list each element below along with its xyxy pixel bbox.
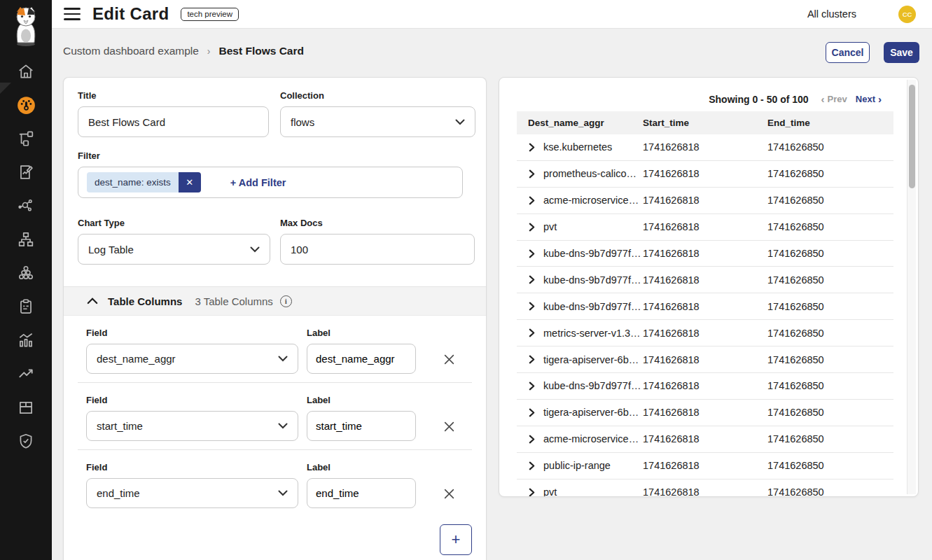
field-label: Field — [86, 395, 107, 405]
calico-logo-icon[interactable] — [10, 6, 42, 48]
scrollbar-track[interactable] — [907, 80, 916, 494]
table-row[interactable]: kube-dns-9b7d977f…17416268181741626850 — [517, 267, 893, 293]
table-row[interactable]: prometheus-calico…17416268181741626850 — [517, 161, 893, 188]
expand-row-chevron-icon[interactable] — [528, 275, 536, 284]
table-columns-rows: Fielddest_name_aggrLabelFieldstart_timeL… — [64, 316, 486, 517]
column-editor-row: Fieldstart_timeLabel — [78, 383, 472, 450]
table-row[interactable]: kube-dns-9b7d977f…17416268181741626850 — [517, 241, 893, 267]
collection-select[interactable]: flows — [280, 106, 475, 137]
end-time-cell: 1741626850 — [767, 141, 893, 153]
start-time-cell: 1741626818 — [643, 248, 767, 259]
label-input[interactable] — [307, 478, 416, 508]
remove-column-button[interactable] — [439, 484, 459, 503]
start-time-cell: 1741626818 — [643, 460, 767, 471]
breadcrumb-parent-link[interactable]: Custom dashboard example — [63, 45, 199, 57]
end-time-cell: 1741626850 — [767, 460, 893, 471]
column-editor-row: Fieldend_timeLabel — [64, 450, 486, 517]
trends-icon[interactable] — [0, 364, 52, 384]
logs-icon[interactable] — [0, 330, 52, 350]
clusters-icon[interactable] — [0, 263, 52, 283]
end-time-cell: 1741626850 — [767, 486, 893, 497]
dest-name-cell: public-ip-range — [543, 460, 611, 471]
packages-icon[interactable] — [0, 398, 52, 417]
expand-row-chevron-icon[interactable] — [528, 143, 536, 152]
preview-table-header: Dest_name_aggr Start_time End_time — [517, 111, 893, 134]
reports-icon[interactable] — [0, 162, 52, 182]
table-row[interactable]: kube-dns-9b7d977f…17416268181741626850 — [517, 373, 893, 400]
chart-type-select[interactable]: Log Table — [78, 234, 270, 265]
max-docs-input[interactable] — [280, 234, 475, 265]
security-icon[interactable] — [0, 431, 52, 451]
prev-page-button[interactable]: ‹ Prev — [819, 93, 847, 105]
dashboards-icon-active[interactable] — [0, 95, 52, 115]
end-time-cell: 1741626850 — [767, 328, 893, 339]
table-columns-title: Table Columns — [108, 295, 182, 307]
expand-row-chevron-icon[interactable] — [528, 382, 536, 391]
table-row[interactable]: public-ip-range17416268181741626850 — [517, 453, 893, 479]
field-label: Field — [86, 462, 107, 472]
dest-name-cell: metrics-server-v1.3… — [543, 328, 641, 339]
scrollbar-thumb[interactable] — [909, 85, 915, 188]
remove-column-button[interactable] — [439, 416, 459, 436]
cluster-selector[interactable]: All clusters — [807, 8, 856, 20]
label-input[interactable] — [307, 344, 416, 374]
filter-label: Filter — [78, 150, 100, 161]
table-row[interactable]: pvt17416268181741626850 — [517, 214, 893, 241]
end-time-cell: 1741626850 — [767, 380, 893, 391]
start-time-cell: 1741626818 — [643, 407, 767, 418]
save-button[interactable]: Save — [884, 42, 919, 63]
field-select[interactable]: dest_name_aggr — [86, 344, 298, 374]
expand-row-chevron-icon[interactable] — [528, 302, 536, 311]
remove-column-button[interactable] — [439, 349, 459, 369]
table-row[interactable]: acme-microservice…17416268181741626850 — [517, 188, 893, 214]
expand-row-chevron-icon[interactable] — [528, 461, 536, 470]
expand-row-chevron-icon[interactable] — [528, 408, 536, 417]
table-row[interactable]: pvt17416268181741626850 — [517, 479, 893, 497]
expand-row-chevron-icon[interactable] — [528, 435, 536, 444]
avatar[interactable]: CC — [898, 6, 916, 23]
table-row[interactable]: metrics-server-v1.3…17416268181741626850 — [517, 320, 893, 346]
expand-row-chevron-icon[interactable] — [528, 196, 536, 205]
expand-row-chevron-icon[interactable] — [528, 488, 536, 497]
table-columns-section-header[interactable]: Table Columns 3 Table Columns i — [64, 286, 486, 316]
filter-chip-remove-button[interactable]: ✕ — [179, 172, 201, 192]
next-page-button[interactable]: Next › — [856, 93, 884, 105]
flow-visualization-icon[interactable] — [0, 196, 52, 216]
add-filter-link[interactable]: + Add Filter — [230, 177, 286, 188]
end-time-cell: 1741626850 — [767, 168, 893, 179]
filter-box[interactable]: dest_name: exists ✕ + Add Filter — [78, 167, 463, 198]
end-time-cell: 1741626850 — [767, 433, 893, 444]
dest-name-cell: tigera-apiserver-6b… — [543, 407, 639, 418]
expand-row-chevron-icon[interactable] — [528, 355, 536, 364]
table-row[interactable]: kube-dns-9b7d977f…17416268181741626850 — [517, 293, 893, 320]
expand-row-chevron-icon[interactable] — [528, 169, 536, 178]
cancel-button[interactable]: Cancel — [826, 42, 870, 63]
expand-row-chevron-icon[interactable] — [528, 249, 536, 258]
table-row[interactable]: kse.kubernetes17416268181741626850 — [517, 134, 893, 161]
start-time-cell: 1741626818 — [643, 168, 767, 179]
compliance-icon[interactable] — [0, 297, 52, 316]
table-row[interactable]: tigera-apiserver-6b…17416268181741626850 — [517, 400, 893, 426]
add-column-button[interactable]: + — [440, 524, 472, 555]
field-select[interactable]: end_time — [86, 478, 298, 508]
dest-name-cell: acme-microservice… — [543, 433, 639, 444]
home-icon[interactable] — [0, 62, 52, 81]
column-header-end-time: End_time — [767, 118, 893, 128]
title-input[interactable] — [78, 106, 269, 137]
network-topology-icon[interactable] — [0, 230, 52, 249]
chevron-right-icon: › — [878, 93, 882, 105]
dest-name-cell: kube-dns-9b7d977f… — [543, 248, 641, 259]
expand-row-chevron-icon[interactable] — [528, 328, 536, 337]
field-select[interactable]: start_time — [86, 411, 298, 441]
expand-row-chevron-icon[interactable] — [528, 223, 536, 232]
hamburger-menu-icon[interactable] — [64, 8, 81, 20]
table-row[interactable]: tigera-apiserver-6b…17416268181741626850 — [517, 346, 893, 373]
end-time-cell: 1741626850 — [767, 407, 893, 418]
field-value: dest_name_aggr — [97, 353, 176, 365]
table-row[interactable]: acme-microservice…17416268181741626850 — [517, 426, 893, 453]
label-input[interactable] — [307, 411, 416, 441]
tech-preview-badge: tech preview — [181, 8, 239, 21]
edit-card-form: Title Collection flows Filter dest_name:… — [63, 77, 487, 560]
service-graph-icon[interactable] — [0, 129, 52, 148]
preview-table: Dest_name_aggr Start_time End_time kse.k… — [517, 111, 893, 497]
